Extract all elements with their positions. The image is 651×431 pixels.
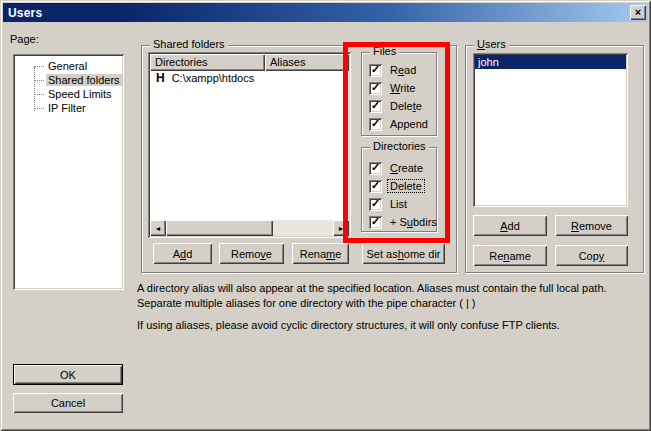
help-paragraph-aliases: A directory alias will also appear at th… [137, 281, 647, 311]
page-list[interactable]: General Shared folders Speed Limits IP F… [13, 54, 124, 290]
users-add-button[interactable]: Add [473, 215, 547, 236]
check-icon: ✓ [371, 216, 380, 227]
checkbox-box[interactable]: ✓ [369, 180, 382, 193]
check-icon: ✓ [371, 64, 380, 75]
checkbox-box[interactable]: ✓ [369, 100, 382, 113]
shared-folders-group-label: Shared folders [150, 38, 228, 51]
list-item-user[interactable]: john [475, 55, 626, 69]
page-item-general[interactable]: General [13, 59, 124, 73]
column-header-aliases[interactable]: Aliases [265, 54, 349, 71]
dirs-create-checkbox[interactable]: ✓ Create [369, 161, 425, 175]
users-dialog: Users × Page: General Shared folders Spe… [0, 0, 651, 431]
users-list[interactable]: john [473, 53, 628, 207]
column-header-directories[interactable]: Directories [150, 54, 265, 71]
page-item-ip-filter[interactable]: IP Filter [13, 101, 124, 115]
scroll-right-button[interactable]: ► [333, 220, 349, 236]
checkbox-label: Delete [388, 100, 424, 112]
check-icon: ✓ [371, 180, 380, 191]
files-group-label: Files [370, 45, 399, 58]
checkbox-label: List [388, 198, 409, 210]
checkbox-label: Create [388, 162, 425, 174]
checkbox-label: Write [388, 82, 417, 94]
checkbox-box[interactable]: ✓ [369, 118, 382, 131]
directories-group-label: Directories [370, 140, 429, 153]
set-as-home-dir-button[interactable]: Set as home dir [362, 243, 445, 264]
users-group-label: Users [474, 38, 509, 51]
checkbox-label: Delete [388, 180, 424, 192]
close-icon: × [635, 7, 641, 18]
checkbox-box[interactable]: ✓ [369, 198, 382, 211]
files-write-checkbox[interactable]: ✓ Write [369, 81, 417, 95]
users-rename-button[interactable]: Rename [473, 245, 547, 266]
files-delete-checkbox[interactable]: ✓ Delete [369, 99, 424, 113]
home-dir-flag: H [156, 71, 165, 85]
help-paragraph-cyclic: If using aliases, please avoid cyclic di… [137, 318, 647, 333]
checkbox-box[interactable]: ✓ [369, 216, 382, 229]
title-bar: Users × [3, 3, 648, 22]
scroll-right-icon: ► [338, 225, 345, 232]
files-permissions-group: Files ✓ Read ✓ Write ✓ Delete ✓ Append [361, 52, 437, 136]
users-copy-button[interactable]: Copy [555, 245, 628, 266]
listview-header: Directories Aliases [150, 54, 349, 71]
files-append-checkbox[interactable]: ✓ Append [369, 117, 430, 131]
table-row[interactable]: HC:\xampp\htdocs [150, 71, 349, 87]
shared-add-button[interactable]: Add [153, 243, 212, 264]
page-label: Page: [10, 33, 39, 45]
checkbox-label: Append [388, 118, 430, 130]
help-text: A directory alias will also appear at th… [137, 281, 647, 340]
checkbox-label: Read [388, 64, 418, 76]
check-icon: ✓ [371, 118, 380, 129]
shared-rename-button[interactable]: Rename [292, 243, 349, 264]
dirs-subdirs-checkbox[interactable]: ✓ + Subdirs [369, 215, 439, 229]
page-tree: General Shared folders Speed Limits IP F… [13, 59, 124, 115]
checkbox-label: + Subdirs [388, 216, 439, 228]
check-icon: ✓ [371, 162, 380, 173]
checkbox-box[interactable]: ✓ [369, 162, 382, 175]
shared-remove-button[interactable]: Remove [219, 243, 284, 264]
dirs-delete-checkbox[interactable]: ✓ Delete [369, 179, 424, 193]
scrollbar-track[interactable] [273, 220, 333, 236]
page-item-speed-limits[interactable]: Speed Limits [13, 87, 124, 101]
cancel-button[interactable]: Cancel [13, 393, 123, 413]
files-read-checkbox[interactable]: ✓ Read [369, 63, 418, 77]
users-remove-button[interactable]: Remove [555, 215, 628, 236]
ok-button[interactable]: OK [13, 364, 123, 385]
page-item-shared-folders[interactable]: Shared folders [13, 73, 124, 87]
scroll-left-icon: ◄ [155, 225, 162, 232]
dirs-list-checkbox[interactable]: ✓ List [369, 197, 409, 211]
directory-path: C:\xampp\htdocs [172, 72, 255, 84]
horizontal-scrollbar[interactable]: ◄ ► [150, 220, 349, 236]
close-button[interactable]: × [630, 5, 646, 20]
check-icon: ✓ [371, 82, 380, 93]
checkbox-box[interactable]: ✓ [369, 82, 382, 95]
directories-permissions-group: Directories ✓ Create ✓ Delete ✓ List ✓ +… [361, 147, 437, 232]
check-icon: ✓ [371, 198, 380, 209]
scroll-left-button[interactable]: ◄ [150, 220, 166, 236]
directories-listview[interactable]: Directories Aliases HC:\xampp\htdocs ◄ ► [148, 52, 351, 238]
checkbox-box[interactable]: ✓ [369, 64, 382, 77]
check-icon: ✓ [371, 100, 380, 111]
window-title: Users [8, 6, 42, 20]
scrollbar-thumb[interactable] [166, 220, 273, 236]
